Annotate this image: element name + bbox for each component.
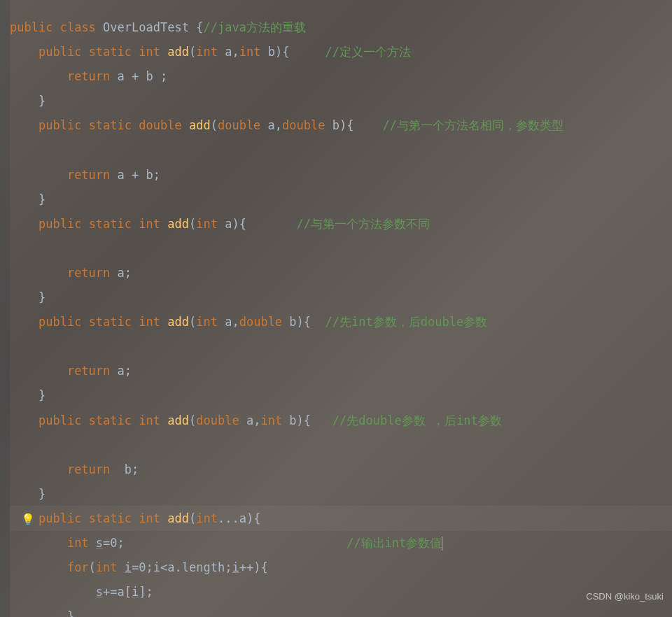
- pp: ++){: [239, 560, 268, 574]
- param: a: [218, 45, 232, 59]
- type-int: int: [139, 413, 160, 427]
- kw-public: public: [38, 511, 81, 525]
- type-double: double: [196, 413, 239, 427]
- watermark: CSDN @kiko_tsuki: [586, 584, 664, 609]
- brace: }: [38, 487, 46, 501]
- method-add: add: [167, 315, 189, 329]
- var-i: i: [132, 585, 139, 599]
- brace: }: [38, 192, 46, 206]
- type-int: int: [139, 511, 160, 525]
- type-int: int: [196, 315, 218, 329]
- kw-for: for: [67, 560, 89, 574]
- param: b: [282, 413, 296, 427]
- param: b: [260, 45, 274, 59]
- semi: ;: [225, 560, 232, 574]
- type-int: int: [139, 45, 160, 59]
- kw-public: public: [38, 217, 81, 231]
- kw-static: static: [89, 217, 132, 231]
- kw-return: return: [67, 462, 110, 476]
- comment: //定义一个方法: [326, 45, 411, 59]
- comma: ,: [232, 45, 239, 59]
- expr: a;: [110, 266, 132, 280]
- end: ){: [246, 511, 260, 525]
- end: ){: [232, 217, 246, 231]
- comma: ,: [232, 315, 239, 329]
- expr: b;: [110, 462, 139, 476]
- end: ){: [275, 45, 289, 59]
- comment: //先double参数 ，后int参数: [332, 413, 502, 427]
- param: a: [218, 315, 232, 329]
- type-int: int: [139, 217, 160, 231]
- end: ){: [297, 315, 311, 329]
- kw-return: return: [67, 364, 110, 378]
- type-int: int: [139, 315, 160, 329]
- var-s: s: [96, 585, 103, 599]
- comma: ,: [275, 118, 282, 132]
- comma: ,: [253, 413, 260, 427]
- semi: ;: [118, 536, 125, 550]
- type-double: double: [139, 118, 181, 132]
- kw-static: static: [89, 315, 132, 329]
- paren: (: [189, 45, 196, 59]
- param: a: [239, 413, 253, 427]
- type-int: int: [196, 45, 218, 59]
- brace: }: [38, 290, 46, 304]
- type-double: double: [218, 118, 260, 132]
- paren: (: [189, 413, 196, 427]
- var-i: i: [125, 560, 132, 574]
- param: ...a: [218, 511, 246, 525]
- var-i: i: [232, 560, 239, 574]
- comment: //输出int参数值: [346, 536, 442, 550]
- val: 0: [110, 536, 117, 550]
- kw-static: static: [89, 118, 132, 132]
- type-int: int: [260, 413, 282, 427]
- paren: (: [211, 118, 218, 132]
- eq: =: [103, 536, 110, 550]
- param: a: [218, 217, 232, 231]
- var-s: s: [96, 536, 103, 550]
- comment: //与第一个方法名相同，参数类型: [382, 118, 563, 132]
- kw-public: public: [10, 20, 52, 34]
- paren: (: [189, 315, 196, 329]
- init: =0: [132, 560, 146, 574]
- kw-public: public: [38, 413, 81, 427]
- brace: }: [38, 388, 46, 402]
- kw-public: public: [38, 118, 81, 132]
- type-double: double: [239, 315, 282, 329]
- paren: (: [189, 217, 196, 231]
- type-int: int: [196, 511, 218, 525]
- comment: //与第一个方法参数不同: [297, 217, 430, 231]
- kw-static: static: [89, 45, 132, 59]
- type-int: int: [96, 560, 118, 574]
- code-editor[interactable]: public class OverLoadTest {//java方法的重载 p…: [10, 15, 564, 617]
- paren: (: [89, 560, 96, 574]
- comment: //先int参数，后double参数: [326, 315, 488, 329]
- param: b: [326, 118, 340, 132]
- end: ){: [297, 413, 311, 427]
- expr: a;: [110, 364, 132, 378]
- brace: }: [67, 609, 74, 617]
- method-add: add: [167, 217, 189, 231]
- method-add: add: [167, 45, 189, 59]
- op: +=a[: [103, 585, 132, 599]
- kw-class: class: [60, 20, 96, 34]
- expr: a + b ;: [110, 69, 167, 83]
- param: a: [260, 118, 274, 132]
- type-double: double: [282, 118, 325, 132]
- cond: i<a.length: [153, 560, 225, 574]
- kw-static: static: [89, 413, 132, 427]
- end: ];: [139, 585, 153, 599]
- kw-return: return: [67, 69, 110, 83]
- kw-return: return: [67, 266, 110, 280]
- class-name: OverLoadTest: [103, 20, 189, 34]
- type-int: int: [196, 217, 218, 231]
- text-cursor: [442, 537, 442, 551]
- editor-gutter: [0, 0, 10, 617]
- method-add: add: [167, 511, 189, 525]
- type-int: int: [67, 536, 89, 550]
- method-add: add: [189, 118, 211, 132]
- type-int: int: [239, 45, 261, 59]
- kw-public: public: [38, 45, 81, 59]
- semi: ;: [146, 560, 153, 574]
- kw-static: static: [89, 511, 132, 525]
